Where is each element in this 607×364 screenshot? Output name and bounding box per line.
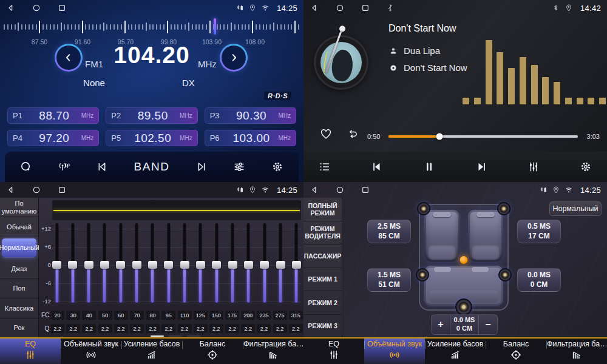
q-value[interactable]: 2.2 [209,324,223,333]
back-icon[interactable] [310,185,319,195]
settings-gear-icon[interactable] [271,160,284,174]
q-value[interactable]: 2.2 [257,324,271,333]
home-icon[interactable] [32,3,41,13]
fc-value[interactable]: 150 [209,311,223,320]
back-icon[interactable] [310,3,319,13]
mode-driver[interactable]: РЕЖИМ ВОДИТЕЛЯ [304,221,342,245]
eq-band-slider[interactable] [116,223,125,303]
tab-eq[interactable]: EQ [304,339,364,364]
q-value[interactable]: 2.2 [130,324,144,333]
tab-balance[interactable]: Баланс [182,339,243,364]
eq-preset-default[interactable]: По умолчанию [0,198,38,217]
q-value[interactable]: 2.2 [82,324,96,333]
fc-value[interactable]: 110 [178,311,192,320]
fc-value[interactable]: 70 [130,311,144,320]
fc-value[interactable]: 20 [50,311,64,320]
q-value[interactable]: 2.2 [161,324,175,333]
eq-band-slider[interactable] [196,223,205,303]
recents-icon[interactable] [361,3,370,13]
eq-band-slider[interactable] [180,223,189,303]
q-value[interactable]: 2.2 [273,324,287,333]
eq-preset-jazz[interactable]: Джаз [0,259,38,278]
eq-band-slider[interactable] [84,223,93,303]
fc-value[interactable]: 175 [225,311,239,320]
eq-band-slider[interactable] [292,223,301,303]
repeat-icon[interactable] [346,127,359,141]
next-icon[interactable] [475,160,488,174]
profile-button[interactable]: Нормальный [549,201,602,216]
eq-band-slider[interactable] [164,223,173,303]
home-icon[interactable] [335,185,345,195]
settings-gear-icon[interactable] [579,160,592,174]
eq-band-slider[interactable] [100,223,109,303]
fc-value[interactable]: 60 [114,311,128,320]
back-icon[interactable] [6,185,16,195]
progress-knob[interactable] [436,133,443,140]
equalizer-icon[interactable] [527,160,540,174]
fc-value[interactable]: 95 [161,311,175,320]
eq-band-slider[interactable] [52,223,61,303]
eq-band-slider[interactable] [244,223,253,303]
eq-band-slider[interactable] [132,223,141,303]
fc-value[interactable]: 80 [146,311,160,320]
q-value[interactable]: 2.2 [66,324,80,333]
eq-band-slider[interactable] [276,223,285,303]
preset-p5[interactable]: P5102.50MHz [106,130,197,146]
tab-balance[interactable]: Баланс [486,339,546,364]
dx-mode-label[interactable]: DX [182,78,195,88]
tab-bass-boost[interactable]: Усиление басов [121,339,182,364]
front-right-delay-button[interactable]: 0.5 MS17 CM [517,220,561,243]
back-icon[interactable] [6,3,16,13]
next-track-icon[interactable] [194,160,208,174]
front-left-delay-button[interactable]: 2.5 MS85 CM [367,220,411,243]
eq-preset-pop[interactable]: Поп [0,279,38,298]
q-value[interactable]: 2.2 [146,324,160,333]
preset-p3[interactable]: P390.30MHz [205,107,296,124]
eq-band-slider[interactable] [260,223,269,303]
q-value[interactable]: 2.2 [194,324,208,333]
eq-band-slider[interactable] [212,223,221,303]
recents-icon[interactable] [361,185,370,195]
q-value[interactable]: 2.2 [114,324,128,333]
scan-icon[interactable] [19,160,33,174]
mode-1[interactable]: РЕЖИМ 1 [304,268,342,292]
fc-value[interactable]: 275 [273,311,287,320]
band-button[interactable]: BAND [134,160,170,174]
home-icon[interactable] [335,3,345,13]
preset-p4[interactable]: P497.20MHz [7,130,99,146]
home-icon[interactable] [32,185,41,195]
q-value[interactable]: 2.2 [289,324,303,333]
previous-track-icon[interactable] [96,160,109,174]
q-value[interactable]: 2.2 [98,324,112,333]
delay-increase-button[interactable]: + [432,315,450,334]
favorite-heart-icon[interactable] [319,127,333,141]
playlist-icon[interactable] [318,160,331,174]
tab-surround[interactable]: Объёмный звук [61,339,121,364]
q-value[interactable]: 2.2 [241,324,255,333]
mode-3[interactable]: РЕЖИМ 3 [304,315,342,338]
tab-surround[interactable]: Объёмный звук [364,339,425,364]
previous-icon[interactable] [370,160,384,174]
mode-2[interactable]: РЕЖИМ 2 [304,291,342,315]
eq-band-slider[interactable] [68,223,77,303]
preset-p1[interactable]: P188.70MHz [7,107,99,124]
preset-p2[interactable]: P289.50MHz [106,107,197,124]
recents-icon[interactable] [57,185,67,195]
seek-bar[interactable] [388,135,578,138]
eq-band-slider[interactable] [228,223,237,303]
q-value[interactable]: 2.2 [50,324,64,333]
delay-decrease-button[interactable]: − [479,315,497,334]
recents-icon[interactable] [57,3,67,13]
fc-value[interactable]: 200 [241,311,255,320]
seek-up-button[interactable] [220,44,248,72]
fc-value[interactable]: 315 [289,311,303,320]
fc-value[interactable]: 50 [98,311,112,320]
eq-preset-custom[interactable]: Обычай [0,217,38,237]
preset-p6[interactable]: P6103.00MHz [205,130,296,146]
fc-value[interactable]: 40 [82,311,96,320]
fc-value[interactable]: 125 [194,311,208,320]
tab-bass-boost[interactable]: Усиление басов [425,339,486,364]
tab-filter[interactable]: Фильтрация ба… [546,339,607,364]
rear-left-delay-button[interactable]: 1.5 MS51 CM [367,268,411,292]
q-value[interactable]: 2.2 [225,324,239,333]
